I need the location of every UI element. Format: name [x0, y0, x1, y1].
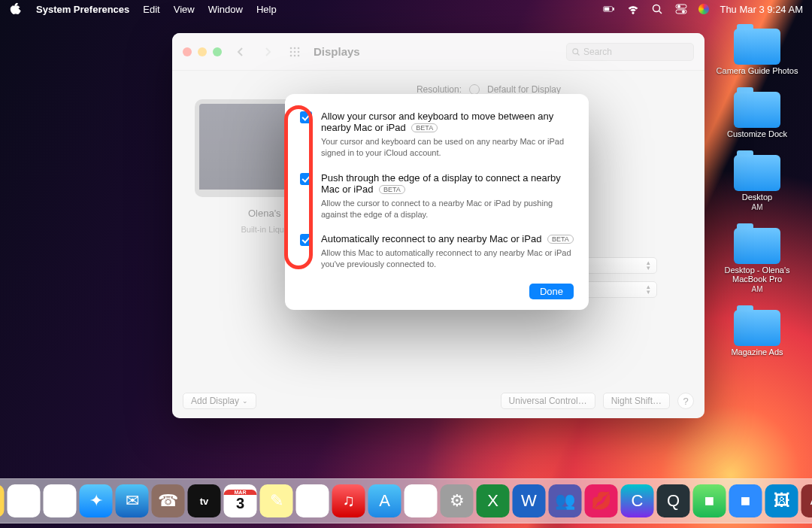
- dock-app-dictionary[interactable]: Aa: [801, 484, 813, 517]
- beta-badge: BETA: [547, 235, 574, 244]
- svg-point-7: [678, 5, 680, 8]
- universal-control-option: Push through the edge of a display to co…: [300, 172, 574, 220]
- dock-app-appletv[interactable]: tv: [188, 484, 221, 517]
- dock-app-excel[interactable]: X: [477, 484, 510, 517]
- dock-app-safari[interactable]: ✦: [80, 484, 113, 517]
- dock-app-music[interactable]: ♫: [332, 484, 365, 517]
- dock-app-appstore[interactable]: A: [368, 484, 401, 517]
- menubar-clock[interactable]: Thu Mar 3 9:24 AM: [720, 4, 803, 15]
- dock-app-zoom[interactable]: ■: [729, 484, 762, 517]
- dock-app-mail[interactable]: ✉: [116, 484, 149, 517]
- folder-icon: [734, 155, 780, 191]
- dock-app-facetime[interactable]: ■: [693, 484, 726, 517]
- dock-app-canva[interactable]: C: [621, 484, 654, 517]
- control-center-icon[interactable]: [674, 2, 688, 16]
- battery-icon[interactable]: [602, 2, 616, 16]
- menubar: System Preferences Edit View Window Help…: [0, 0, 812, 18]
- folder-label: Customize Dock: [727, 129, 787, 138]
- folder-label: Magazine Ads: [731, 347, 783, 357]
- dock-app-chrome[interactable]: ◉: [44, 484, 77, 517]
- desktop-folder[interactable]: Customize Dock: [716, 92, 798, 138]
- spotlight-icon[interactable]: [650, 2, 664, 16]
- folder-icon: [734, 228, 780, 264]
- svg-rect-2: [614, 8, 614, 11]
- dock-app-preview[interactable]: 🖼: [765, 484, 798, 517]
- universal-control-option: Automatically reconnect to any nearby Ma…: [300, 233, 574, 270]
- folder-icon: [734, 92, 780, 128]
- beta-badge: BETA: [379, 185, 405, 194]
- dock-app-notes[interactable]: ✎: [260, 484, 293, 517]
- desktop-icons: Camera Guide PhotosCustomize DockDesktop…: [716, 29, 798, 357]
- checkbox[interactable]: [300, 111, 312, 123]
- dock-app-calendar[interactable]: MAR3: [224, 484, 257, 517]
- svg-rect-1: [604, 8, 609, 11]
- folder-timestamp: AM: [752, 285, 763, 293]
- folder-icon: [734, 310, 780, 346]
- siri-icon[interactable]: [698, 4, 709, 14]
- folder-label: Desktop - Olena's MacBook Pro: [716, 266, 798, 284]
- desktop-folder[interactable]: DesktopAM: [716, 155, 798, 211]
- dock-app-slack[interactable]: ✱: [404, 484, 438, 517]
- menu-edit[interactable]: Edit: [143, 4, 159, 15]
- folder-icon: [734, 29, 780, 65]
- option-description: Allow the cursor to connect to a nearby …: [321, 198, 574, 220]
- dock-app-quicktime[interactable]: Q: [657, 484, 690, 517]
- menu-view[interactable]: View: [174, 4, 195, 15]
- universal-control-option: Allow your cursor and keyboard to move b…: [300, 111, 574, 159]
- option-title: Allow your cursor and keyboard to move b…: [321, 111, 574, 133]
- option-description: Your cursor and keyboard can be used on …: [321, 136, 574, 159]
- option-title: Push through the edge of a display to co…: [321, 172, 574, 195]
- dock-app-photos[interactable]: ❀: [296, 484, 329, 517]
- desktop-folder[interactable]: Camera Guide Photos: [716, 29, 798, 75]
- done-button[interactable]: Done: [529, 284, 574, 299]
- dock-app-word[interactable]: W: [513, 484, 546, 517]
- folder-label: Desktop: [742, 193, 772, 202]
- desktop-folder[interactable]: Desktop - Olena's MacBook ProAM: [716, 228, 798, 293]
- dock-app-settings[interactable]: ⚙: [441, 484, 474, 517]
- svg-point-3: [653, 5, 660, 12]
- dock-app-lips[interactable]: 💋: [585, 484, 618, 517]
- checkbox[interactable]: [300, 234, 312, 246]
- dock-app-basecamp[interactable]: ⛺: [0, 484, 5, 517]
- dock-app-teams[interactable]: 👥: [549, 484, 582, 517]
- checkbox[interactable]: [300, 173, 312, 185]
- option-title: Automatically reconnect to any nearby Ma…: [321, 233, 574, 244]
- wifi-icon[interactable]: [626, 2, 640, 16]
- dock-app-reminders[interactable]: ≣: [8, 484, 41, 517]
- beta-badge: BETA: [411, 123, 438, 132]
- dock: ☺▦✉⛺≣◉✦✉☎tvMAR3✎❀♫A✱⚙XW👥💋CQ■■🖼Aa🔑⬇🗑: [0, 478, 812, 523]
- folder-timestamp: AM: [752, 203, 763, 211]
- folder-label: Camera Guide Photos: [717, 66, 798, 75]
- option-description: Allow this Mac to automatically reconnec…: [321, 247, 574, 270]
- desktop-folder[interactable]: Magazine Ads: [716, 310, 798, 357]
- apple-menu-icon[interactable]: [9, 2, 23, 16]
- dock-app-contacts[interactable]: ☎: [152, 484, 185, 517]
- universal-control-popover: Allow your cursor and keyboard to move b…: [285, 94, 589, 310]
- svg-point-8: [683, 11, 685, 13]
- app-menu[interactable]: System Preferences: [36, 4, 129, 15]
- menu-window[interactable]: Window: [208, 4, 243, 15]
- menu-help[interactable]: Help: [256, 4, 277, 15]
- svg-line-4: [659, 11, 662, 14]
